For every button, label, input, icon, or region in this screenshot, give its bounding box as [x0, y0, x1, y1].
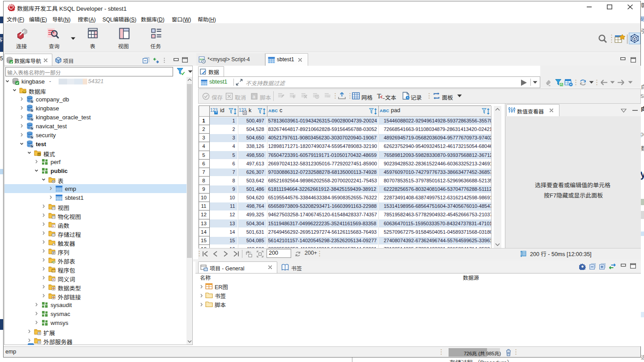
svg-text:T: T [377, 93, 381, 100]
svg-text:fx: fx [52, 225, 55, 227]
svg-text:A: A [53, 278, 55, 281]
svg-text:D: D [249, 251, 251, 254]
svg-text:</>: </> [52, 269, 55, 272]
svg-text:a: a [253, 94, 255, 99]
